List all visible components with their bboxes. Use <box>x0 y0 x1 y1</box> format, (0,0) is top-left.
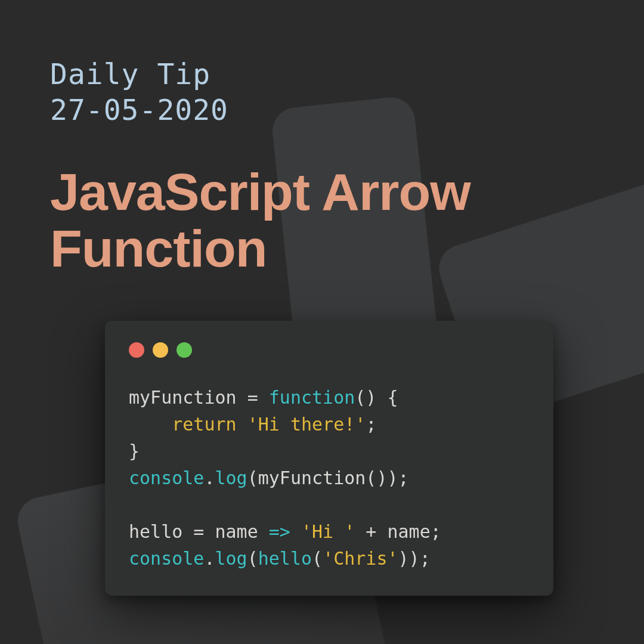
code-token: (myFunction()); <box>247 467 409 488</box>
code-token: )); <box>398 548 431 569</box>
code-token: 'Chris' <box>323 548 398 569</box>
code-token: myFunction = <box>129 387 269 408</box>
code-token: return <box>172 414 236 435</box>
code-token: } <box>129 441 140 462</box>
code-token: ( <box>247 548 258 569</box>
code-token: 'Hi ' <box>301 521 355 542</box>
code-token: . <box>204 467 215 488</box>
code-window: myFunction = function() { return 'Hi the… <box>105 321 553 596</box>
code-token: console <box>129 548 204 569</box>
header-block: Daily Tip 27-05-2020 JavaScript Arrow Fu… <box>0 0 644 277</box>
code-token <box>237 414 247 435</box>
code-token: 'Hi there!' <box>247 414 366 435</box>
code-token: . <box>204 548 215 569</box>
close-icon <box>129 342 144 358</box>
code-token: log <box>215 548 247 569</box>
code-token: console <box>129 467 204 488</box>
code-token: () { <box>355 387 398 408</box>
code-token <box>129 414 172 435</box>
zoom-icon <box>177 342 192 358</box>
subhead-line: Daily Tip <box>50 56 594 92</box>
code-token: => <box>269 521 290 542</box>
subhead: Daily Tip 27-05-2020 <box>50 56 594 128</box>
code-block: myFunction = function() { return 'Hi the… <box>129 384 530 572</box>
code-token: + name; <box>355 521 441 542</box>
code-token <box>290 521 301 542</box>
subhead-line: 27-05-2020 <box>50 92 594 128</box>
code-token: log <box>215 467 247 488</box>
code-token: hello = name <box>129 521 269 542</box>
code-token: ( <box>312 548 323 569</box>
minimize-icon <box>153 342 168 358</box>
window-traffic-lights <box>129 342 530 358</box>
code-token: function <box>269 387 355 408</box>
code-token: hello <box>258 548 312 569</box>
page-title: JavaScript Arrow Function <box>50 163 594 277</box>
code-token: ; <box>366 414 376 435</box>
